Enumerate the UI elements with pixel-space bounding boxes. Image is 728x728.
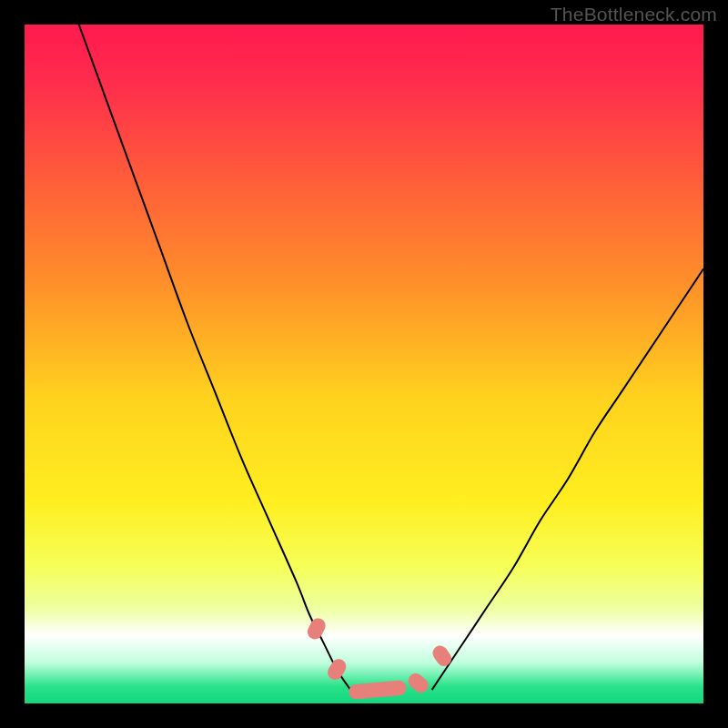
chart-frame: TheBottleneck.com: [0, 0, 728, 728]
chart-svg: [25, 25, 703, 703]
gradient-background: [25, 25, 703, 703]
watermark-text: TheBottleneck.com: [551, 4, 717, 25]
chart-plot-area: [25, 25, 703, 703]
